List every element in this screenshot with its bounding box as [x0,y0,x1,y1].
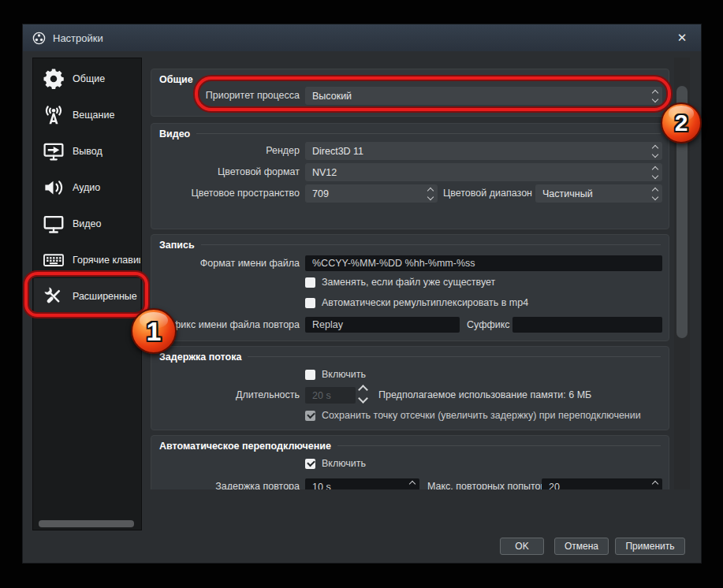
close-button[interactable]: ✕ [673,31,691,45]
filename-format-input[interactable]: %CCYY-%MM-%DD %hh-%mm-%ss [305,255,662,271]
auto-reconnect-enable-option: Включить [305,456,366,471]
scrollbar-thumb[interactable] [39,520,134,527]
overwrite-file-label: Заменять, если файл уже существует [322,277,495,288]
retry-delay-value: 10 s [312,482,331,490]
overwrite-file-checkbox[interactable] [305,277,315,288]
titlebar[interactable]: Настройки ✕ [23,24,701,51]
sidebar-item-general[interactable]: Общие [34,61,140,97]
screenshot-root: Настройки ✕ Общие Вещание Вывод [0,0,723,588]
max-retries-label: Макс. повторных попыток [427,478,536,489]
overwrite-file-option: Заменять, если файл уже существует [305,275,495,289]
chevron-updown-icon [653,142,658,160]
divider [201,244,661,245]
sidebar-item-output[interactable]: Вывод [34,133,140,169]
annotation-step-1-number: 1 [147,316,162,347]
sidebar-item-audio[interactable]: Аудио [34,169,140,206]
section-title: Автоматическое переподключение [159,441,331,452]
stream-delay-enable-checkbox[interactable] [305,370,315,380]
renderer-label: Рендер [151,142,300,160]
annotation-step-2-number: 2 [675,110,688,136]
divider [337,445,661,446]
annotation-step-2-badge: 2 [661,102,702,143]
replay-prefix-value: Replay [312,319,343,330]
sidebar-item-label: Вещание [73,110,114,121]
color-space-select[interactable]: 709 [305,184,438,203]
color-range-value: Частичный [542,188,593,199]
sidebar-item-label: Горячие клавиш [73,255,140,266]
section-title: Запись [159,240,195,251]
output-monitor-arrow-icon [40,138,67,165]
section-video: Видео Рендер Direct3D 11 Цветовой формат… [151,123,669,229]
chevron-updown-icon [428,184,433,203]
cancel-button[interactable]: Отмена [554,538,609,555]
memory-usage-note: Предполагаемое использование памяти: 6 М… [378,386,591,404]
duration-value: 20 s [312,390,331,401]
obs-logo-icon [32,32,46,45]
duration-stepper[interactable] [360,386,367,402]
chevron-updown-icon [410,478,415,489]
window-title: Настройки [53,32,103,44]
retry-delay-label: Задержка повтора [151,478,300,489]
divider [248,356,661,357]
monitor-icon [40,210,67,237]
annotation-ring-advanced [24,272,148,317]
section-title: Общие [159,74,193,85]
section-header: Автоматическое переподключение [159,439,661,452]
filename-format-value: %CCYY-%MM-%DD %hh-%mm-%ss [312,258,475,269]
section-recording: Запись Формат имени файла %CCYY-%MM-%DD … [151,234,669,341]
suffix-input[interactable] [512,317,662,333]
color-format-label: Цветовой формат [151,163,300,181]
color-range-select[interactable]: Частичный [535,184,662,203]
sidebar-item-video[interactable]: Видео [34,206,140,242]
section-title: Задержка потока [159,352,241,363]
chevron-updown-icon [653,184,658,203]
divider [196,133,661,134]
duration-label: Длительность [151,386,300,404]
preserve-cutoff-option: Сохранить точку отсечки (увеличить задер… [305,408,641,422]
sidebar-item-label: Общие [73,73,105,84]
sidebar-item-label: Видео [73,218,102,229]
speaker-icon [40,174,67,201]
annotation-step-1-badge: 1 [131,308,177,354]
ok-button[interactable]: OK [500,538,544,555]
settings-scroll-area: Общие Приоритет процесса Высокий Видео Р… [151,58,671,489]
stream-delay-enable-option: Включить [305,367,366,381]
color-space-label: Цветовое пространство [151,184,300,203]
section-auto-reconnect: Автоматическое переподключение Включить … [151,435,669,489]
color-range-label: Цветовой диапазон [443,184,530,203]
filename-format-label: Формат имени файла [151,255,300,273]
section-header: Задержка потока [159,350,661,363]
remux-mp4-checkbox[interactable] [305,298,315,308]
keyboard-icon [40,247,67,274]
section-title: Видео [159,128,190,140]
section-stream-delay: Задержка потока Включить Длительность 20… [151,346,669,430]
retry-delay-spinbox[interactable]: 10 s [305,478,419,489]
stream-delay-enable-label: Включить [322,369,366,380]
renderer-select[interactable]: Direct3D 11 [305,142,662,160]
sidebar-item-stream[interactable]: Вещание [34,97,140,133]
sidebar-item-label: Аудио [73,182,100,193]
sidebar-item-label: Вывод [73,146,102,157]
remux-mp4-label: Автоматически ремультиплексировать в mp4 [322,297,528,308]
color-space-value: 709 [312,188,329,199]
annotation-ring-process-priority [195,76,671,111]
section-header: Запись [159,238,661,251]
renderer-value: Direct3D 11 [312,146,363,157]
preserve-cutoff-checkbox[interactable] [305,411,315,421]
color-format-value: NV12 [312,167,337,178]
preserve-cutoff-label: Сохранить точку отсечки (увеличить задер… [322,410,641,421]
chevron-down-icon[interactable] [358,393,368,404]
max-retries-spinbox[interactable]: 20 [542,478,662,489]
broadcast-icon [40,102,67,128]
suffix-label: Суффикс [467,316,506,334]
duration-spinbox[interactable]: 20 s [305,387,356,404]
replay-prefix-input[interactable]: Replay [305,317,460,333]
apply-button[interactable]: Применить [615,538,685,555]
remux-mp4-option: Автоматически ремультиплексировать в mp4 [305,296,528,310]
color-format-select[interactable]: NV12 [305,163,662,181]
section-header: Видео [159,127,661,140]
gear-icon [40,65,67,92]
auto-reconnect-enable-checkbox[interactable] [305,459,315,469]
sidebar-horizontal-scrollbar[interactable] [33,520,141,528]
auto-reconnect-enable-label: Включить [322,458,366,469]
